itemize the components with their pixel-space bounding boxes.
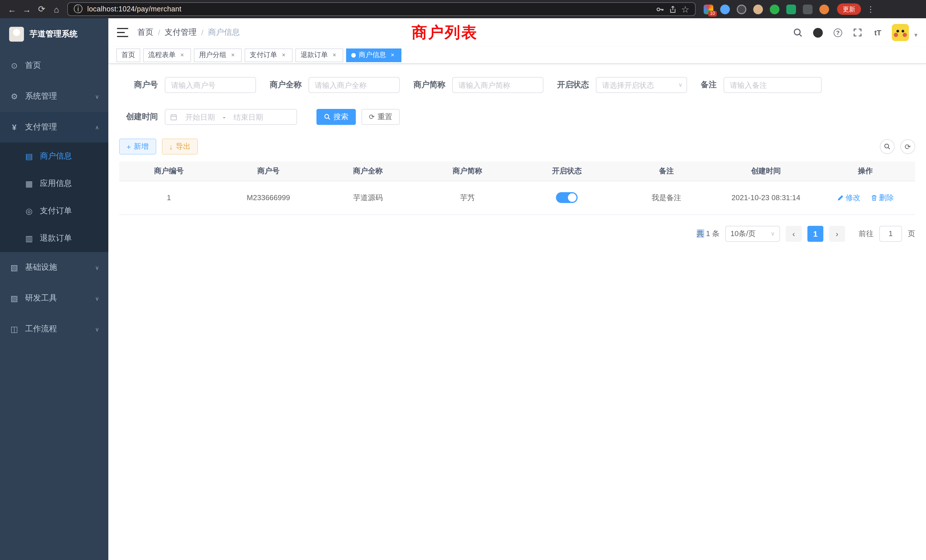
screen: ← → ⟳ ⌂ ⓘ localhost:1024/pay/merchant ☆ … [0, 0, 926, 560]
bookmark-star-icon[interactable]: ☆ [681, 4, 689, 15]
cell-merchant-no: M233666999 [219, 181, 318, 215]
edit-button[interactable]: 修改 [837, 192, 861, 203]
start-date-input[interactable] [180, 113, 221, 121]
cell-short-name: 芋艿 [418, 181, 517, 215]
status-select-input[interactable] [596, 77, 687, 93]
tab-pay-order[interactable]: 支付订单 × [245, 48, 292, 62]
prev-page-button[interactable]: ‹ [786, 226, 802, 242]
export-button[interactable]: ↓ 导出 [162, 139, 198, 154]
main-area: 首页 / 支付管理 / 商户信息 商户列表 ? [108, 18, 926, 560]
browser-menu-icon[interactable]: ⋮ [867, 5, 875, 14]
tab-label: 支付订单 [250, 50, 277, 60]
create-time-label: 创建时间 [119, 112, 158, 122]
tab-merchant-info[interactable]: 商户信息 × [346, 48, 401, 62]
remark-input[interactable] [723, 77, 822, 93]
pagination: 共 1 条 10条/页 ∨ ‹ 1 › 前往 页 [119, 226, 915, 242]
search-icon[interactable] [792, 27, 804, 38]
extension-icon-3[interactable] [737, 4, 746, 14]
page-number-button[interactable]: 1 [807, 226, 823, 242]
breadcrumb-item[interactable]: 支付管理 [165, 27, 197, 38]
tab-user-group[interactable]: 用户分组 × [194, 48, 242, 62]
sidebar-item-app-info[interactable]: ▦ 应用信息 [0, 170, 108, 197]
extension-icon-7[interactable] [803, 4, 813, 14]
status-select[interactable]: ∨ [596, 77, 687, 93]
extension-icon-2[interactable] [720, 4, 730, 14]
close-icon[interactable]: × [179, 51, 186, 59]
sidebar-item-refund-order[interactable]: ▥ 退款订单 [0, 225, 108, 252]
page-size-select[interactable]: 10条/页 ∨ [725, 226, 780, 242]
home-button[interactable]: ⌂ [49, 2, 64, 17]
address-bar[interactable]: ⓘ localhost:1024/pay/merchant ☆ [67, 2, 696, 16]
forward-button[interactable]: → [20, 2, 34, 17]
breadcrumb-item[interactable]: 首页 [138, 27, 153, 38]
chevron-down-icon: ∨ [771, 230, 775, 237]
col-actions: 操作 [816, 161, 915, 181]
date-range-picker[interactable]: - [165, 109, 297, 125]
back-button[interactable]: ← [5, 2, 20, 17]
dashboard-icon: ⊙ [9, 61, 20, 70]
reset-button[interactable]: ⟳ 重置 [362, 109, 400, 125]
table-refresh-button[interactable]: ⟳ [900, 139, 915, 154]
sidebar-item-pay-order[interactable]: ◎ 支付订单 [0, 197, 108, 225]
help-icon[interactable]: ? [832, 27, 844, 38]
close-icon[interactable]: × [280, 51, 287, 59]
password-key-icon[interactable] [655, 5, 664, 14]
extension-icon-4[interactable] [753, 4, 763, 14]
sidebar-toggle-icon[interactable] [117, 28, 128, 37]
close-icon[interactable]: × [389, 51, 396, 59]
table-header-row: 商户编号 商户号 商户全称 商户简称 开启状态 备注 创建时间 操作 [119, 161, 915, 181]
share-icon[interactable] [669, 5, 676, 14]
sidebar-item-home[interactable]: ⊙ 首页 [0, 50, 108, 81]
sidebar-item-pay[interactable]: ¥ 支付管理 ∧ [0, 112, 108, 142]
full-name-input[interactable] [309, 77, 400, 93]
table-row: 1 M233666999 芋道源码 芋艿 我是备注 2021-10-23 08:… [119, 181, 915, 215]
delete-button[interactable]: 删除 [870, 192, 894, 203]
reload-button[interactable]: ⟳ [34, 2, 49, 17]
tab-refund-order[interactable]: 退款订单 × [295, 48, 343, 62]
short-name-input[interactable] [452, 77, 543, 93]
sidebar-item-system[interactable]: ⚙ 系统管理 ∨ [0, 81, 108, 112]
logo-avatar [9, 27, 24, 42]
tab-flow-form[interactable]: 流程表单 × [143, 48, 191, 62]
cell-actions: 修改 删除 [816, 181, 915, 215]
merchant-no-input[interactable] [165, 77, 256, 93]
goto-page-input[interactable] [879, 226, 902, 242]
sidebar-item-label: 商户信息 [40, 151, 72, 161]
github-icon[interactable] [812, 27, 824, 38]
tab-label: 首页 [121, 50, 135, 60]
extension-icon-6[interactable] [786, 4, 796, 14]
chevron-down-icon: ∨ [95, 93, 99, 100]
table-search-toggle-button[interactable] [880, 139, 895, 154]
user-avatar[interactable] [892, 24, 909, 41]
search-button[interactable]: 搜索 [316, 109, 356, 125]
fullscreen-icon[interactable] [852, 27, 864, 38]
extension-icon-8[interactable] [819, 4, 829, 14]
sidebar-item-label: 工作流程 [25, 324, 57, 334]
filter-short-name: 商户简称 [413, 77, 543, 93]
font-size-icon[interactable]: tT [872, 27, 884, 38]
sidebar-item-merchant-info[interactable]: ▤ 商户信息 [0, 142, 108, 170]
filter-status: 开启状态 ∨ [557, 77, 687, 93]
extension-icon-5[interactable] [770, 4, 779, 14]
total-suffix: 条 [712, 229, 720, 238]
end-date-input[interactable] [228, 113, 269, 121]
remark-label: 备注 [701, 80, 717, 90]
next-page-button[interactable]: › [829, 226, 845, 242]
extension-icon-1[interactable]: 10 [704, 4, 713, 14]
sidebar-item-devtools[interactable]: ▨ 研发工具 ∨ [0, 283, 108, 314]
avatar-caret-icon[interactable]: ▾ [914, 31, 917, 41]
status-toggle[interactable] [556, 192, 578, 203]
close-icon[interactable]: × [229, 51, 237, 59]
close-icon[interactable]: × [331, 51, 338, 59]
cell-merchant-id: 1 [119, 181, 219, 215]
add-button[interactable]: + 新增 [119, 139, 156, 154]
sidebar-item-infra[interactable]: ▧ 基础设施 ∨ [0, 252, 108, 283]
browser-update-button[interactable]: 更新 [837, 3, 861, 15]
sidebar-item-workflow[interactable]: ◫ 工作流程 ∨ [0, 314, 108, 344]
chevron-down-icon: ∨ [95, 326, 99, 332]
cell-status [517, 181, 617, 215]
sidebar-item-label: 研发工具 [25, 293, 57, 303]
url-text[interactable]: localhost:1024/pay/merchant [87, 5, 651, 13]
tab-home[interactable]: 首页 [117, 48, 140, 62]
page-info-icon[interactable]: ⓘ [74, 3, 83, 15]
